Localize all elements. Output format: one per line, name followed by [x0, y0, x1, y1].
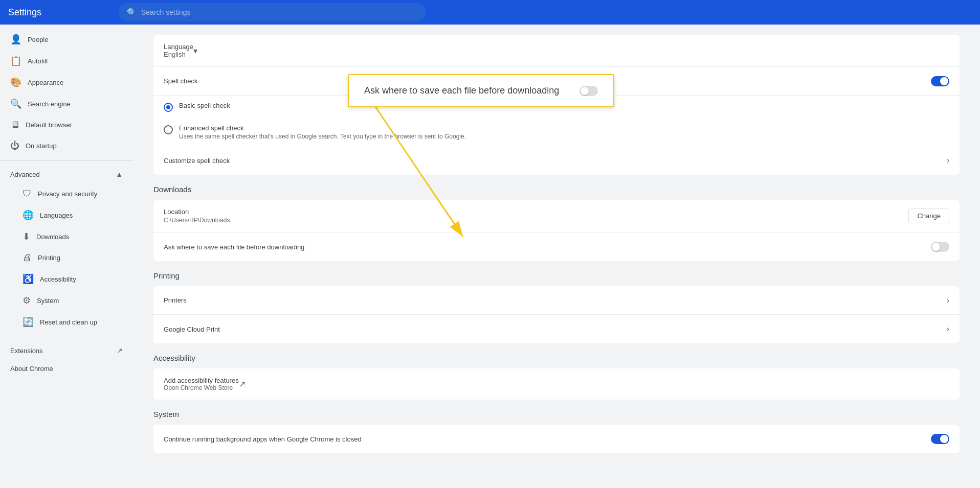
printers-row[interactable]: Printers ›: [153, 286, 960, 315]
chevron-right-icon: ›: [947, 156, 949, 165]
cloud-print-label: Google Cloud Print: [164, 326, 947, 333]
add-accessibility-row[interactable]: Add accessibility features Open Chrome W…: [153, 368, 960, 400]
default-browser-icon: 🖥: [10, 120, 19, 130]
languages-icon: 🌐: [23, 210, 34, 221]
add-features-sublabel: Open Chrome Web Store: [164, 384, 239, 391]
search-engine-icon: 🔍: [10, 98, 21, 109]
sidebar-item-search-engine[interactable]: 🔍 Search engine: [0, 93, 129, 114]
toggle-knob: [581, 87, 589, 95]
sidebar-item-label: Privacy and security: [38, 190, 97, 198]
autofill-icon: 📋: [10, 55, 21, 66]
language-label: Language: [164, 43, 193, 51]
sidebar-item-downloads[interactable]: ⬇ Downloads: [0, 226, 129, 247]
chevron-up-icon: ▲: [116, 170, 123, 178]
sidebar-item-printing[interactable]: 🖨 Printing: [0, 247, 129, 268]
language-row[interactable]: Language English ▾: [153, 35, 960, 67]
system-icon: ⚙: [23, 295, 31, 306]
basic-spell-check-radio[interactable]: [164, 103, 173, 112]
tooltip-text: Ask where to save each file before downl…: [364, 85, 559, 96]
sidebar-item-on-startup[interactable]: ⏻ On startup: [0, 135, 129, 156]
printing-icon: 🖨: [23, 252, 32, 263]
extensions-label: Extensions: [10, 347, 43, 355]
tooltip-arrow: [373, 104, 783, 247]
downloads-heading-text: Downloads: [153, 185, 191, 194]
external-link-icon: ↗: [239, 379, 246, 389]
bg-apps-label: Continue running background apps when Go…: [164, 435, 931, 443]
search-input[interactable]: [141, 8, 417, 16]
basic-spell-check-label: Basic spell check: [179, 102, 230, 109]
topbar: Settings 🔍: [0, 0, 980, 25]
chevron-down-icon: ▾: [193, 46, 197, 56]
sidebar-item-label: Appearance: [28, 79, 63, 86]
sidebar-item-label: On startup: [26, 142, 57, 150]
accessibility-heading-text: Accessibility: [153, 354, 195, 362]
spell-check-toggle[interactable]: [931, 76, 949, 86]
sidebar-item-autofill[interactable]: 📋 Autofill: [0, 50, 129, 72]
add-features-label: Add accessibility features: [164, 377, 239, 384]
search-bar[interactable]: 🔍: [119, 3, 426, 21]
sidebar-item-label: System: [37, 297, 59, 305]
sidebar-item-about-chrome[interactable]: About Chrome: [0, 360, 129, 378]
toggle-knob: [940, 77, 948, 85]
sidebar-item-label: Downloads: [36, 233, 69, 241]
accessibility-card: Add accessibility features Open Chrome W…: [153, 368, 960, 400]
system-card: Continue running background apps when Go…: [153, 425, 960, 453]
search-icon: 🔍: [127, 8, 137, 17]
language-value: English: [164, 51, 193, 58]
appearance-icon: 🎨: [10, 77, 21, 88]
toggle-knob: [940, 435, 948, 443]
system-section-heading: System: [153, 410, 960, 419]
tooltip-popup: Ask where to save each file before downl…: [348, 74, 614, 107]
sidebar-item-privacy[interactable]: 🛡 Privacy and security: [0, 183, 129, 204]
app-title: Settings: [8, 7, 110, 18]
sidebar-item-label: Search engine: [28, 100, 71, 108]
tooltip-toggle[interactable]: [580, 86, 598, 96]
printing-card: Printers › Google Cloud Print ›: [153, 286, 960, 343]
sidebar-item-default-browser[interactable]: 🖥 Default browser: [0, 114, 129, 135]
sidebar-item-label: Languages: [40, 212, 73, 219]
sidebar-item-accessibility[interactable]: ♿ Accessibility: [0, 268, 129, 290]
svg-line-0: [373, 104, 463, 237]
enhanced-spell-check-radio[interactable]: [164, 125, 173, 134]
sidebar-item-extensions[interactable]: Extensions ↗: [0, 341, 133, 360]
chevron-right-icon: ›: [947, 324, 949, 334]
system-heading-text: System: [153, 410, 179, 419]
sidebar-item-languages[interactable]: 🌐 Languages: [0, 204, 129, 226]
ask-where-toggle[interactable]: [931, 242, 949, 252]
reset-icon: 🔄: [23, 316, 34, 328]
accessibility-icon: ♿: [23, 273, 34, 285]
printing-section-heading: Printing: [153, 271, 960, 280]
sidebar-item-label: Accessibility: [40, 275, 76, 283]
sidebar-item-label: Default browser: [26, 121, 72, 129]
accessibility-section-heading: Accessibility: [153, 354, 960, 362]
sidebar-divider-2: [0, 337, 133, 337]
sidebar: 👤 People 📋 Autofill 🎨 Appearance 🔍 Searc…: [0, 25, 133, 488]
bg-apps-toggle[interactable]: [931, 434, 949, 444]
sidebar-item-label: Printing: [38, 254, 60, 262]
sidebar-item-reset[interactable]: 🔄 Reset and clean up: [0, 311, 129, 333]
change-location-button[interactable]: Change: [908, 208, 949, 223]
advanced-label: Advanced: [10, 171, 40, 178]
downloads-icon: ⬇: [23, 231, 30, 242]
sidebar-item-label: People: [28, 36, 48, 43]
sidebar-divider: [0, 160, 133, 161]
sidebar-item-label: Autofill: [28, 57, 48, 65]
advanced-section-header[interactable]: Advanced ▲: [0, 165, 133, 183]
sidebar-item-appearance[interactable]: 🎨 Appearance: [0, 72, 129, 93]
sidebar-item-system[interactable]: ⚙ System: [0, 290, 129, 311]
printers-label: Printers: [164, 296, 947, 304]
bg-apps-row: Continue running background apps when Go…: [153, 425, 960, 453]
sidebar-item-label: Reset and clean up: [40, 318, 97, 326]
external-link-icon: ↗: [117, 346, 123, 355]
google-cloud-print-row[interactable]: Google Cloud Print ›: [153, 315, 960, 343]
sidebar-item-people[interactable]: 👤 People: [0, 29, 129, 50]
toggle-knob: [932, 243, 940, 251]
about-chrome-label: About Chrome: [10, 365, 53, 373]
privacy-icon: 🛡: [23, 189, 32, 199]
people-icon: 👤: [10, 34, 21, 45]
printing-heading-text: Printing: [153, 271, 180, 280]
chevron-right-icon: ›: [947, 296, 949, 305]
on-startup-icon: ⏻: [10, 141, 19, 151]
